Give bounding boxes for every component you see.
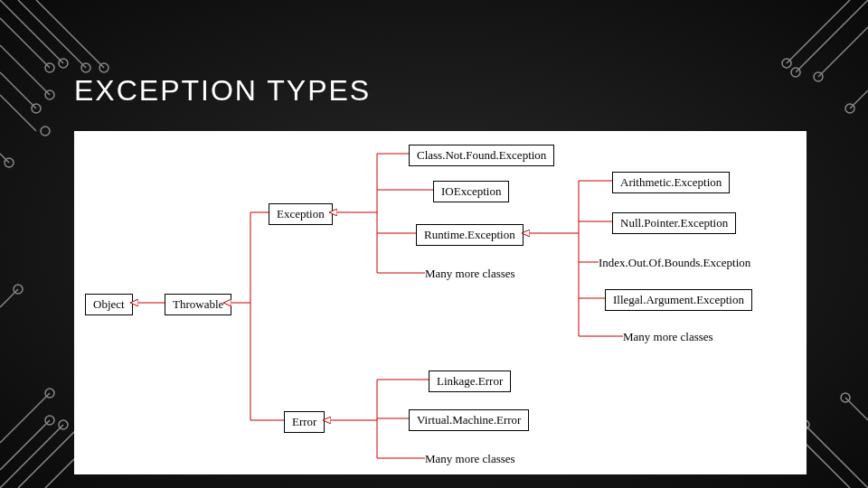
node-vmerror: Virtual.Machine.Error (409, 409, 529, 431)
svg-line-13 (0, 95, 36, 131)
svg-line-16 (796, 0, 868, 72)
node-exception: Exception (269, 203, 333, 225)
label-indexoob: Index.Out.Of.Bounds.Exception (599, 256, 750, 270)
node-classnotfound: Class.Not.Found.Exception (409, 145, 554, 166)
page-title: EXCEPTION TYPES (74, 74, 371, 108)
node-nullpointer: Null.Pointer.Exception (612, 212, 736, 234)
label-manymore-exception: Many more classes (425, 267, 515, 281)
node-runtime: Runtime.Exception (416, 224, 524, 246)
node-arithmetic: Arithmetic.Exception (612, 172, 730, 193)
diagram-panel: Object Throwable Exception Error Class.N… (74, 131, 807, 474)
node-illegalarg: Illegal.Argument.Exception (605, 289, 752, 311)
node-error: Error (284, 411, 325, 433)
svg-line-5 (0, 72, 36, 108)
node-throwable: Throwable (165, 294, 231, 315)
node-ioexception: IOException (433, 181, 509, 202)
svg-line-36 (805, 425, 868, 488)
node-object: Object (85, 294, 133, 315)
svg-point-12 (41, 127, 50, 136)
svg-line-3 (0, 45, 50, 95)
svg-line-18 (818, 27, 868, 77)
label-manymore-error: Many more classes (425, 452, 515, 466)
svg-line-35 (0, 289, 18, 307)
svg-line-26 (18, 425, 81, 488)
svg-line-41 (845, 398, 868, 420)
svg-line-33 (0, 393, 50, 443)
svg-line-23 (850, 90, 868, 108)
node-linkage: Linkage.Error (429, 371, 511, 392)
label-manymore-runtime: Many more classes (623, 330, 713, 344)
svg-line-4 (36, 0, 104, 68)
svg-line-1 (18, 0, 86, 68)
